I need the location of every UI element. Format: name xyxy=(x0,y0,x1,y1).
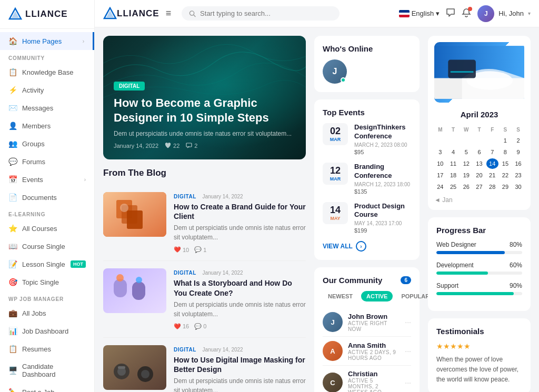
sidebar-item-forums[interactable]: 💬Forums xyxy=(0,153,94,170)
cal-day-7[interactable]: 7 xyxy=(486,147,498,157)
member-3-options[interactable]: ··· xyxy=(405,378,411,387)
cal-day-4[interactable]: 4 xyxy=(447,147,460,157)
tab-active[interactable]: ACTIVE xyxy=(361,291,393,301)
member-2[interactable]: A Anna Smith ACTIVE 2 DAYS, 9 HOURS AGO … xyxy=(323,337,411,366)
cal-day-12[interactable]: 12 xyxy=(460,158,472,169)
tab-newest[interactable]: NEWEST xyxy=(323,291,358,301)
cal-prev-button[interactable]: ◄ Jan xyxy=(434,196,453,204)
cal-day-5[interactable]: 5 xyxy=(460,147,472,157)
blog-info-2: DIGITAL January 14, 2022 What Is a Story… xyxy=(174,268,306,329)
job-dashboard-icon: 📊 xyxy=(8,327,17,335)
hamburger-button[interactable]: ≡ xyxy=(166,8,172,19)
blog-1-title: How to Create a Brand Guide for Your Cli… xyxy=(174,202,306,221)
blog-post-2[interactable]: DIGITAL January 14, 2022 What Is a Story… xyxy=(103,261,306,337)
user-menu[interactable]: J Hi, John ▾ xyxy=(477,5,531,22)
member-3-info: Christian ACTIVE 5 MONTHS, 2 WEEKS AGO xyxy=(348,370,400,392)
blog-3-date: January 14, 2022 xyxy=(202,347,243,353)
jobs-icon: 💼 xyxy=(8,309,17,317)
cal-day-29[interactable]: 29 xyxy=(500,182,512,192)
cal-day-26[interactable]: 26 xyxy=(460,182,472,192)
forums-icon: 💬 xyxy=(8,157,17,166)
sidebar-item-all-jobs[interactable]: 💼All Jobs xyxy=(0,304,94,322)
sidebar-item-topic-single[interactable]: 🎯Topic Single xyxy=(0,273,94,291)
left-column: DIGITAL How to Become a Graphic Designer… xyxy=(103,36,306,392)
chat-button[interactable] xyxy=(446,8,455,19)
cal-day-3[interactable]: 3 xyxy=(434,147,446,157)
progress-web-designer-label: Web Designer 80% xyxy=(436,241,522,248)
progress-development-fill xyxy=(436,272,488,275)
cal-day-11[interactable]: 11 xyxy=(447,158,460,169)
event-1-info: DesignThinkers Conference MARCH 2, 2023 … xyxy=(354,123,411,155)
blog-post-1[interactable]: DIGITAL January 14, 2022 How to Create a… xyxy=(103,185,306,261)
sidebar-item-lesson-single[interactable]: 📝Lesson SingleHOT xyxy=(0,255,94,273)
hero-date: January 14, 2022 xyxy=(114,143,158,149)
progress-development: Development 60% xyxy=(436,262,522,275)
sidebar-item-post-job[interactable]: ✏️Post a Job xyxy=(0,383,94,392)
sidebar-item-job-dashboard[interactable]: 📊Job Dashboard xyxy=(0,322,94,340)
cal-day-17[interactable]: 17 xyxy=(434,170,446,180)
cal-day-30[interactable]: 30 xyxy=(512,182,524,192)
cal-day-28[interactable]: 28 xyxy=(486,182,498,192)
cal-day-2[interactable]: 2 xyxy=(512,135,524,146)
sidebar-item-knowledge-base[interactable]: 📋Knowledge Base xyxy=(0,63,94,81)
search-input[interactable] xyxy=(200,9,332,17)
cal-day-27[interactable]: 27 xyxy=(473,182,485,192)
event-1[interactable]: 02 MAR DesignThinkers Conference MARCH 2… xyxy=(323,123,411,155)
cal-day-20[interactable]: 20 xyxy=(473,170,485,180)
svg-point-16 xyxy=(136,277,142,283)
blog-1-likes: ❤️ 10 xyxy=(174,246,189,253)
member-2-options[interactable]: ··· xyxy=(405,347,411,355)
online-user-1[interactable]: J xyxy=(323,59,347,84)
messages-icon: ✉️ xyxy=(8,104,17,112)
hero-card[interactable]: DIGITAL How to Become a Graphic Designer… xyxy=(103,36,306,159)
sidebar-item-resumes[interactable]: 📋Resumes xyxy=(0,340,94,358)
cal-day-23[interactable]: 23 xyxy=(512,170,524,180)
cal-day-15[interactable]: 15 xyxy=(500,158,512,169)
event-3[interactable]: 14 MAY Product Design Course MAY 14, 202… xyxy=(323,202,411,234)
cal-day-8[interactable]: 8 xyxy=(500,147,512,157)
cal-day-14-today[interactable]: 14 xyxy=(486,158,498,169)
language-selector[interactable]: English ▾ xyxy=(399,9,440,17)
progress-support-fill xyxy=(436,292,514,295)
cal-day-19[interactable]: 19 xyxy=(460,170,472,180)
view-all-button[interactable]: VIEW ALL › xyxy=(323,241,411,252)
sidebar-item-members[interactable]: 👤Members xyxy=(0,117,94,135)
cal-day-6[interactable]: 6 xyxy=(473,147,485,157)
sidebar-item-groups[interactable]: 👥Groups xyxy=(0,135,94,153)
topic-icon: 🎯 xyxy=(8,278,17,286)
member-1-options[interactable]: ··· xyxy=(405,318,411,326)
sidebar-item-candidate-dashboard[interactable]: 🖥️Candidate Dashboard xyxy=(0,358,94,383)
job-manager-section-header: WP JOB MANAGER xyxy=(0,291,94,304)
cal-day-24[interactable]: 24 xyxy=(434,182,446,192)
cal-day-18[interactable]: 18 xyxy=(447,170,460,180)
sidebar-item-events[interactable]: 📅Events› xyxy=(0,170,94,188)
cal-empty-4: . xyxy=(473,135,485,146)
cal-day-1[interactable]: 1 xyxy=(500,135,512,146)
cal-day-9[interactable]: 9 xyxy=(512,147,524,157)
sidebar-item-documents[interactable]: 📄Documents xyxy=(0,188,94,206)
member-3[interactable]: C Christian ACTIVE 5 MONTHS, 2 WEEKS AGO… xyxy=(323,366,411,392)
sidebar-item-messages[interactable]: ✉️Messages xyxy=(0,99,94,117)
sidebar-item-course-single[interactable]: 📖Course Single xyxy=(0,237,94,255)
member-1-status: ACTIVE RIGHT NOW xyxy=(348,320,400,332)
cal-day-25[interactable]: 25 xyxy=(447,182,460,192)
member-1[interactable]: J John Brown ACTIVE RIGHT NOW ··· xyxy=(323,308,411,337)
blog-post-3[interactable]: DIGITAL January 14, 2022 How to Use Digi… xyxy=(103,338,306,392)
testimonials-title: Testimonials xyxy=(436,327,522,336)
sidebar-item-home[interactable]: 🏠 Home Pages › xyxy=(0,32,94,50)
cal-day-21[interactable]: 21 xyxy=(486,170,498,180)
cal-day-13[interactable]: 13 xyxy=(473,158,485,169)
sidebar-item-activity[interactable]: ⚡Activity xyxy=(0,81,94,99)
cal-day-16[interactable]: 16 xyxy=(512,158,524,169)
elearning-section-header: E-LEARNING xyxy=(0,206,94,219)
lesson-icon: 📝 xyxy=(8,260,17,268)
cal-day-22[interactable]: 22 xyxy=(500,170,512,180)
calendar-image xyxy=(434,42,524,103)
blog-1-tag: DIGITAL xyxy=(174,194,196,199)
sidebar-item-all-courses[interactable]: ⭐All Courses xyxy=(0,219,94,237)
svg-rect-13 xyxy=(114,279,127,297)
event-1-day: 02 xyxy=(328,126,343,136)
cal-day-10[interactable]: 10 xyxy=(434,158,446,169)
notification-button[interactable] xyxy=(462,8,471,19)
event-2[interactable]: 12 MAR Branding Conference MARCH 12, 202… xyxy=(323,163,411,195)
